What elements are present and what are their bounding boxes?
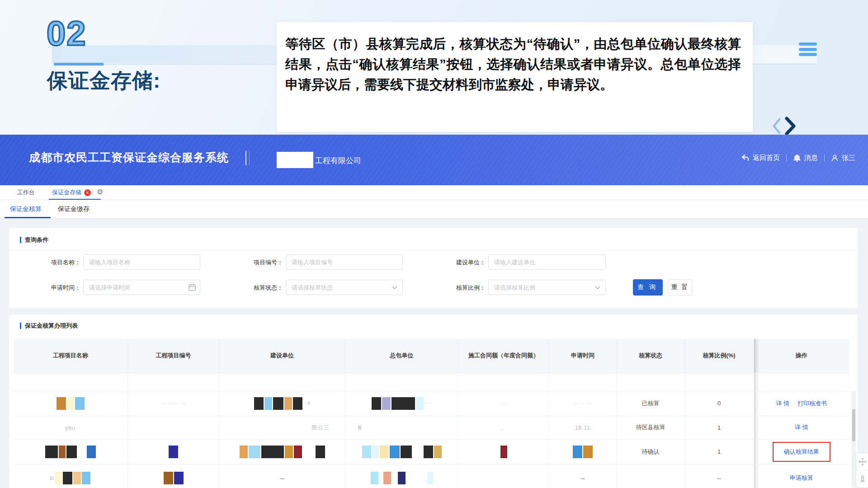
menu-icon[interactable]	[799, 42, 817, 56]
redacted-text: ybu	[66, 425, 75, 431]
redacted-text: 限公三	[312, 424, 330, 431]
redaction-block	[573, 446, 582, 458]
redaction-block	[254, 397, 264, 410]
redacted-text: 缸	[50, 475, 55, 480]
redaction-block	[398, 472, 406, 484]
step-underline	[54, 63, 104, 66]
cell-value: 1	[717, 424, 721, 431]
field-label: 建设单位：	[436, 258, 486, 267]
table-cell	[127, 416, 219, 439]
status-select[interactable]	[286, 280, 403, 295]
builder-input[interactable]	[488, 254, 606, 270]
column-header: 总包单位	[345, 339, 458, 373]
cell-value: 已核算	[642, 400, 660, 407]
redaction-block	[55, 472, 62, 484]
table-cell: 待确认	[617, 439, 684, 464]
action-link[interactable]: 详 情	[795, 423, 808, 432]
column-header: 工程项目名称	[14, 339, 127, 373]
action-link[interactable]: 申请核算	[790, 474, 813, 482]
table-cell	[458, 373, 549, 391]
tab-workbench[interactable]: 工作台	[17, 188, 35, 197]
redaction-block	[169, 446, 178, 458]
redaction-block	[294, 446, 302, 458]
chevron-down-icon[interactable]	[391, 283, 399, 291]
table-cell: 已核算	[617, 391, 684, 416]
back-home-button[interactable]: 返回首页	[741, 154, 780, 162]
redaction-block	[249, 446, 260, 458]
field-project-code: 项目编号：	[286, 254, 403, 270]
redaction-block	[67, 397, 74, 410]
prev-arrow-icon[interactable]	[774, 119, 779, 133]
move-tool-button[interactable]	[856, 453, 868, 470]
tab-deposit[interactable]: 保证金存储 ×	[52, 188, 91, 197]
redaction-block	[372, 446, 379, 458]
project-name-input[interactable]	[83, 254, 200, 270]
cell-value: 1	[717, 448, 721, 455]
redaction-block	[316, 446, 325, 458]
table-row: 缸------申请核算	[14, 464, 849, 488]
cell-value: 待区县核算	[636, 424, 665, 431]
action-link[interactable]: 详 情	[776, 399, 789, 408]
redaction-block	[382, 397, 391, 410]
redacted-text: ·≡	[305, 400, 311, 406]
close-tab-icon[interactable]: ×	[84, 189, 91, 196]
list-section-title: 保证金核算办理列表	[20, 322, 78, 330]
table-cell	[127, 464, 219, 488]
table-cell: --	[549, 464, 617, 488]
cell-value: --	[581, 475, 585, 482]
redaction-block	[392, 472, 397, 484]
search-button[interactable]: 查 询	[633, 279, 663, 296]
table-cell	[754, 373, 849, 391]
project-code-input[interactable]	[286, 254, 403, 270]
redaction-block	[583, 446, 593, 458]
table-cell: ybu	[14, 416, 127, 439]
redaction-block	[406, 472, 426, 484]
redaction-block	[413, 446, 423, 458]
redaction-block	[500, 446, 507, 458]
apply-time-input[interactable]	[83, 280, 200, 295]
table-cell: --	[684, 464, 754, 488]
chevron-down-icon[interactable]	[594, 283, 602, 291]
vertical-scrollbar[interactable]	[852, 391, 856, 488]
tab-separator	[92, 189, 93, 196]
cell-value: 0	[717, 400, 721, 407]
subtab-payment[interactable]: 保证金缴存	[58, 205, 90, 213]
table-cell: 详 情打印核准书	[754, 391, 849, 416]
scrollbar-thumb[interactable]	[852, 409, 855, 441]
table-header-row: 工程项目名称工程项目编号建设单位总包单位施工合同额（年度合同额）申请时间核算状态…	[14, 339, 849, 373]
redaction-block	[264, 397, 272, 410]
slide-section: 02 保证金存储: 等待区（市）县核算完成后，核算状态为“待确认”，由总包单位确…	[0, 0, 868, 135]
column-header: 建设单位	[219, 339, 345, 373]
redaction-block	[424, 446, 433, 458]
field-label: 项目编号：	[233, 258, 283, 267]
redaction-block	[427, 472, 433, 484]
subtab-accounting[interactable]: 保证金核算	[10, 205, 42, 213]
table-cell: 申请核算	[754, 464, 849, 488]
table-cell: · ·	[458, 391, 549, 416]
redacted-text: .16 11:	[573, 425, 593, 431]
field-ratio: 核算比例：	[488, 280, 606, 295]
reset-button[interactable]: 重 置	[668, 279, 692, 296]
user-menu[interactable]: 张三	[831, 154, 855, 162]
next-arrow-icon[interactable]	[787, 118, 794, 134]
calendar-icon[interactable]	[188, 283, 196, 291]
ratio-select[interactable]	[488, 280, 606, 295]
section-divider	[9, 250, 858, 250]
table-cell	[684, 373, 754, 391]
table-cell	[127, 373, 219, 391]
redaction-block	[261, 446, 284, 458]
table-cell	[549, 439, 617, 464]
highlight-box: 确认核算结果	[773, 442, 830, 462]
redaction-block	[164, 472, 173, 484]
messages-button[interactable]: 消息	[793, 154, 818, 162]
table-cell	[219, 439, 345, 464]
action-link[interactable]: 确认核算结果	[784, 448, 819, 456]
gear-icon[interactable]: ⚙	[97, 188, 103, 196]
redaction-block	[390, 446, 400, 458]
table-cell: ·· ····· ··	[127, 391, 219, 416]
rocket-tool-button[interactable]	[856, 470, 868, 488]
action-link[interactable]: 打印核准书	[797, 399, 827, 408]
table-cell: 待区县核算	[617, 416, 684, 439]
redaction-block	[66, 446, 77, 458]
subtab-bar: 保证金核算 保证金缴存	[0, 200, 868, 219]
